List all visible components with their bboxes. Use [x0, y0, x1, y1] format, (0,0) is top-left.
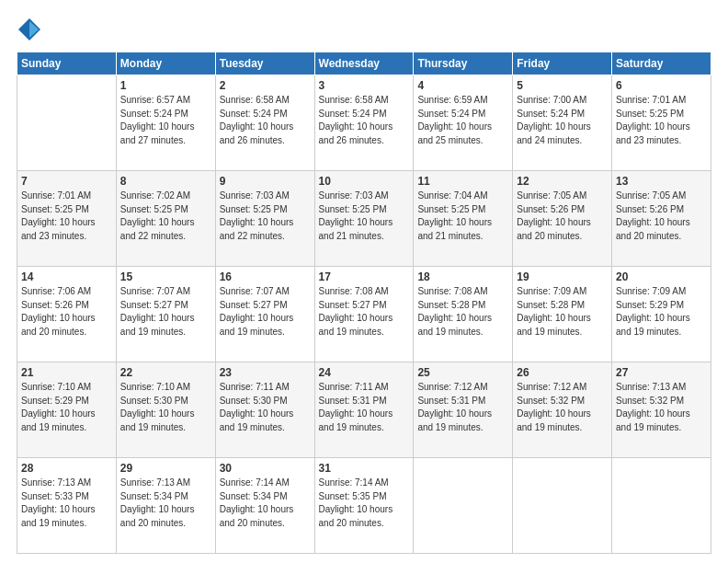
day-number: 1	[120, 79, 211, 92]
day-number: 3	[319, 79, 410, 92]
day-info: Sunrise: 7:13 AM Sunset: 5:32 PM Dayligh…	[616, 381, 707, 434]
col-header-tuesday: Tuesday	[215, 52, 314, 75]
day-info: Sunrise: 7:08 AM Sunset: 5:27 PM Dayligh…	[319, 285, 410, 339]
day-number: 10	[319, 175, 410, 188]
day-cell: 7Sunrise: 7:01 AM Sunset: 5:25 PM Daylig…	[17, 171, 117, 267]
day-number: 2	[220, 79, 311, 92]
day-info: Sunrise: 7:08 AM Sunset: 5:28 PM Dayligh…	[417, 285, 508, 339]
header	[17, 17, 711, 42]
day-info: Sunrise: 7:01 AM Sunset: 5:25 PM Dayligh…	[21, 190, 112, 243]
day-cell: 17Sunrise: 7:08 AM Sunset: 5:27 PM Dayli…	[314, 267, 414, 362]
col-header-thursday: Thursday	[414, 52, 513, 75]
day-info: Sunrise: 7:02 AM Sunset: 5:25 PM Dayligh…	[120, 190, 211, 243]
day-number: 17	[319, 270, 410, 283]
col-header-wednesday: Wednesday	[314, 52, 414, 75]
day-cell: 26Sunrise: 7:12 AM Sunset: 5:32 PM Dayli…	[513, 362, 612, 458]
day-cell: 1Sunrise: 6:57 AM Sunset: 5:24 PM Daylig…	[116, 75, 215, 171]
day-info: Sunrise: 7:09 AM Sunset: 5:28 PM Dayligh…	[517, 285, 608, 339]
day-cell: 9Sunrise: 7:03 AM Sunset: 5:25 PM Daylig…	[215, 171, 314, 267]
day-cell: 22Sunrise: 7:10 AM Sunset: 5:30 PM Dayli…	[116, 362, 215, 458]
day-cell	[513, 458, 612, 554]
day-cell: 31Sunrise: 7:14 AM Sunset: 5:35 PM Dayli…	[314, 458, 414, 554]
day-info: Sunrise: 7:03 AM Sunset: 5:25 PM Dayligh…	[319, 190, 410, 243]
day-number: 15	[120, 270, 211, 283]
day-number: 11	[417, 175, 508, 188]
day-info: Sunrise: 6:59 AM Sunset: 5:24 PM Dayligh…	[417, 94, 508, 147]
day-number: 23	[220, 366, 311, 379]
day-number: 8	[120, 175, 211, 188]
day-info: Sunrise: 7:07 AM Sunset: 5:27 PM Dayligh…	[220, 285, 311, 339]
day-info: Sunrise: 7:05 AM Sunset: 5:26 PM Dayligh…	[517, 190, 608, 243]
day-cell: 29Sunrise: 7:13 AM Sunset: 5:34 PM Dayli…	[116, 458, 215, 554]
col-header-monday: Monday	[116, 52, 215, 75]
day-info: Sunrise: 7:03 AM Sunset: 5:25 PM Dayligh…	[220, 190, 311, 243]
day-cell: 4Sunrise: 6:59 AM Sunset: 5:24 PM Daylig…	[414, 75, 513, 171]
calendar-table: SundayMondayTuesdayWednesdayThursdayFrid…	[17, 52, 711, 554]
day-cell: 6Sunrise: 7:01 AM Sunset: 5:25 PM Daylig…	[612, 75, 711, 171]
week-row-1: 1Sunrise: 6:57 AM Sunset: 5:24 PM Daylig…	[17, 75, 711, 171]
day-cell	[414, 458, 513, 554]
day-info: Sunrise: 7:11 AM Sunset: 5:31 PM Dayligh…	[319, 381, 410, 434]
day-info: Sunrise: 7:06 AM Sunset: 5:26 PM Dayligh…	[21, 285, 112, 339]
day-number: 14	[21, 270, 112, 283]
day-info: Sunrise: 7:07 AM Sunset: 5:27 PM Dayligh…	[120, 285, 211, 339]
logo-icon	[17, 17, 42, 42]
day-cell: 3Sunrise: 6:58 AM Sunset: 5:24 PM Daylig…	[314, 75, 414, 171]
day-number: 9	[220, 175, 311, 188]
day-number: 31	[319, 462, 410, 475]
day-cell: 19Sunrise: 7:09 AM Sunset: 5:28 PM Dayli…	[513, 267, 612, 362]
day-info: Sunrise: 7:13 AM Sunset: 5:33 PM Dayligh…	[21, 477, 112, 530]
day-cell: 16Sunrise: 7:07 AM Sunset: 5:27 PM Dayli…	[215, 267, 314, 362]
day-number: 29	[120, 462, 211, 475]
day-info: Sunrise: 7:05 AM Sunset: 5:26 PM Dayligh…	[616, 190, 707, 243]
day-cell: 14Sunrise: 7:06 AM Sunset: 5:26 PM Dayli…	[17, 267, 117, 362]
day-number: 28	[21, 462, 112, 475]
day-info: Sunrise: 6:58 AM Sunset: 5:24 PM Dayligh…	[319, 94, 410, 147]
day-number: 5	[517, 79, 608, 92]
day-number: 16	[220, 270, 311, 283]
page: SundayMondayTuesdayWednesdayThursdayFrid…	[0, 0, 728, 563]
day-cell: 12Sunrise: 7:05 AM Sunset: 5:26 PM Dayli…	[513, 171, 612, 267]
day-info: Sunrise: 7:01 AM Sunset: 5:25 PM Dayligh…	[616, 94, 707, 147]
day-info: Sunrise: 7:14 AM Sunset: 5:34 PM Dayligh…	[220, 477, 311, 530]
day-info: Sunrise: 6:58 AM Sunset: 5:24 PM Dayligh…	[220, 94, 311, 147]
week-row-3: 14Sunrise: 7:06 AM Sunset: 5:26 PM Dayli…	[17, 267, 711, 362]
day-info: Sunrise: 7:11 AM Sunset: 5:30 PM Dayligh…	[220, 381, 311, 434]
day-cell: 21Sunrise: 7:10 AM Sunset: 5:29 PM Dayli…	[17, 362, 117, 458]
day-cell: 5Sunrise: 7:00 AM Sunset: 5:24 PM Daylig…	[513, 75, 612, 171]
day-cell: 10Sunrise: 7:03 AM Sunset: 5:25 PM Dayli…	[314, 171, 414, 267]
day-info: Sunrise: 7:10 AM Sunset: 5:30 PM Dayligh…	[120, 381, 211, 434]
day-info: Sunrise: 7:00 AM Sunset: 5:24 PM Dayligh…	[517, 94, 608, 147]
day-number: 4	[417, 79, 508, 92]
day-info: Sunrise: 7:12 AM Sunset: 5:32 PM Dayligh…	[517, 381, 608, 434]
day-cell	[612, 458, 711, 554]
day-number: 30	[220, 462, 311, 475]
week-row-5: 28Sunrise: 7:13 AM Sunset: 5:33 PM Dayli…	[17, 458, 711, 554]
day-cell: 24Sunrise: 7:11 AM Sunset: 5:31 PM Dayli…	[314, 362, 414, 458]
day-cell: 8Sunrise: 7:02 AM Sunset: 5:25 PM Daylig…	[116, 171, 215, 267]
day-cell: 30Sunrise: 7:14 AM Sunset: 5:34 PM Dayli…	[215, 458, 314, 554]
day-cell: 20Sunrise: 7:09 AM Sunset: 5:29 PM Dayli…	[612, 267, 711, 362]
day-number: 7	[21, 175, 112, 188]
col-header-saturday: Saturday	[612, 52, 711, 75]
day-number: 26	[517, 366, 608, 379]
day-cell	[17, 75, 117, 171]
day-number: 24	[319, 366, 410, 379]
day-cell: 27Sunrise: 7:13 AM Sunset: 5:32 PM Dayli…	[612, 362, 711, 458]
week-row-4: 21Sunrise: 7:10 AM Sunset: 5:29 PM Dayli…	[17, 362, 711, 458]
header-row: SundayMondayTuesdayWednesdayThursdayFrid…	[17, 52, 711, 75]
day-cell: 13Sunrise: 7:05 AM Sunset: 5:26 PM Dayli…	[612, 171, 711, 267]
day-cell: 25Sunrise: 7:12 AM Sunset: 5:31 PM Dayli…	[414, 362, 513, 458]
day-cell: 28Sunrise: 7:13 AM Sunset: 5:33 PM Dayli…	[17, 458, 117, 554]
week-row-2: 7Sunrise: 7:01 AM Sunset: 5:25 PM Daylig…	[17, 171, 711, 267]
day-info: Sunrise: 7:10 AM Sunset: 5:29 PM Dayligh…	[21, 381, 112, 434]
day-number: 20	[616, 270, 707, 283]
day-number: 19	[517, 270, 608, 283]
day-cell: 15Sunrise: 7:07 AM Sunset: 5:27 PM Dayli…	[116, 267, 215, 362]
day-info: Sunrise: 7:04 AM Sunset: 5:25 PM Dayligh…	[417, 190, 508, 243]
day-number: 13	[616, 175, 707, 188]
col-header-sunday: Sunday	[17, 52, 117, 75]
day-info: Sunrise: 7:13 AM Sunset: 5:34 PM Dayligh…	[120, 477, 211, 530]
day-number: 25	[417, 366, 508, 379]
col-header-friday: Friday	[513, 52, 612, 75]
